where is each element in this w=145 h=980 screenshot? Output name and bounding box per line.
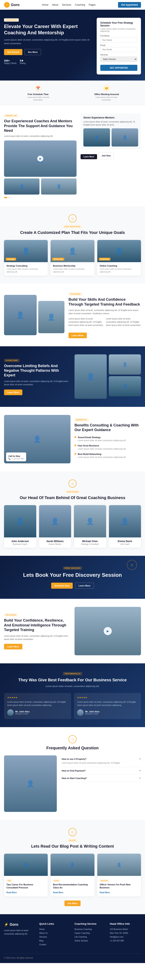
- plan-card-desc-1: Lorem ipsum dolor sit amet consectetur a…: [53, 268, 92, 273]
- feature-schedule-title: Free Schedule Time: [26, 93, 50, 95]
- video-play-button[interactable]: ▶: [37, 156, 43, 162]
- footer-service-2[interactable]: Life Coaching: [74, 936, 106, 938]
- benefits-call-label: Call Us Now: [8, 455, 20, 457]
- blog-read-more-2[interactable]: Read More: [100, 891, 110, 894]
- form-field-email: Email: [100, 44, 137, 52]
- footer-contact-2[interactable]: info@goro.com: [110, 936, 141, 938]
- benefit-item-1: Fast Grow Business Lorem ipsum dolor sit…: [74, 444, 141, 450]
- footer-service-0[interactable]: Business Coaching: [74, 928, 106, 931]
- ei-desc: Lorem ipsum dolor sit amet, consectetur …: [4, 635, 71, 641]
- discovery-buttons: Schedule Now Learn More: [4, 582, 141, 589]
- skills-badge: TRAINING: [68, 293, 82, 296]
- footer-services-list: Business Coaching Career Coaching Life C…: [74, 928, 106, 942]
- nav-services[interactable]: Services: [62, 3, 71, 6]
- footer-contact-3[interactable]: +1 234 567 890: [110, 940, 141, 942]
- blog-title: Lets Read Our Blog Post & Writing Conten…: [4, 843, 141, 849]
- footer-links-title: Quick Links: [39, 922, 71, 925]
- benefit-title-1: Fast Grow Business: [78, 444, 126, 447]
- form-label-services: Services: [100, 54, 137, 56]
- footer-link-2[interactable]: Services: [39, 936, 71, 938]
- coaches-badge: ABOUT US: [4, 114, 18, 117]
- skills-learn-button[interactable]: Learn More: [68, 332, 87, 338]
- footer-link-0[interactable]: Home: [39, 928, 71, 931]
- form-submit-button[interactable]: GET APPOINTED: [100, 65, 137, 71]
- skills-section: 👤 👤 TRAINING Build Your Skills And Confi…: [0, 284, 145, 346]
- blog-see-more-button[interactable]: See More: [65, 900, 81, 906]
- skills-inner: 👤 👤 TRAINING Build Your Skills And Confi…: [4, 292, 141, 338]
- ei-text: TRAINING Build Your Confidence, Resilien…: [4, 613, 71, 649]
- faq-image: 👤: [4, 756, 57, 812]
- footer-logo-icon: ⚡: [4, 922, 8, 927]
- dot-1: [4, 197, 7, 198]
- nav-cta-button[interactable]: Get Appointed: [118, 2, 141, 8]
- footer-service-1[interactable]: Career Coaching: [74, 932, 106, 934]
- benefit-title-2: Best Build Networking: [78, 452, 126, 456]
- plan-card-1: 👤 Mentoring Business Mentorship Lorem ip…: [50, 240, 94, 276]
- team-member-name-2: Michael Chen: [76, 540, 104, 542]
- plan-card-img-1: 👤 Mentoring: [50, 240, 94, 262]
- coaches-image-row: 👤 👤: [4, 178, 77, 194]
- team-badge: OUR TEAM: [65, 490, 80, 493]
- faq-question-2[interactable]: How to Start Coaching? ▼: [61, 777, 141, 780]
- overcome-image-2: 👤: [109, 355, 141, 375]
- team-member-name-1: Sarah Williams: [41, 540, 69, 542]
- discovery-learn-button[interactable]: Learn More: [75, 582, 94, 589]
- overcome-image-1: 👤: [74, 355, 107, 399]
- coaches-learn-more-button[interactable]: Learn More: [80, 154, 97, 159]
- footer-link-4[interactable]: Contact: [39, 943, 71, 946]
- discovery-schedule-button[interactable]: Schedule Now: [51, 582, 73, 589]
- team-card-img-3: 👤: [109, 505, 141, 538]
- testimonial-author-1: Mr. John Alex Business Coach: [77, 710, 138, 716]
- blog-title-2: Officer Venues For Push New Business: [100, 883, 139, 889]
- form-input-name[interactable]: [100, 38, 137, 43]
- footer-services-col: Coaching Service Business Coaching Caree…: [74, 922, 106, 947]
- nav-coaching[interactable]: Coaching: [75, 3, 85, 6]
- nav-about[interactable]: About: [52, 3, 58, 6]
- hero-secondary-button[interactable]: See More: [24, 49, 41, 55]
- team-member-role-3: Life Coach: [111, 543, 139, 545]
- form-input-email[interactable]: [100, 47, 137, 52]
- footer-logo: ⚡ Goro: [4, 922, 35, 927]
- form-select-services[interactable]: Select Service: [100, 57, 137, 62]
- hero-stats: 200+ Happy Clients 5★ Rating: [4, 59, 93, 64]
- discovery-section: ◇ FREE SESSION Lets Book Your Free Disco…: [0, 556, 145, 599]
- blog-read-more-0[interactable]: Read More: [6, 891, 17, 894]
- hero-primary-button[interactable]: Get Started: [4, 49, 22, 55]
- footer-link-1[interactable]: About Us: [39, 932, 71, 934]
- overcome-text: OVERCOME Overcome Limiting Beliefs And N…: [4, 358, 71, 395]
- coaches-right-title: Senior Experience Mentors: [84, 116, 138, 119]
- overcome-learn-button[interactable]: Learn More: [4, 390, 22, 395]
- author-name-0: Mr. John Alex: [15, 710, 30, 713]
- overcome-image-3: 👤: [109, 376, 141, 396]
- footer-service-3[interactable]: Online Session: [74, 940, 106, 942]
- plan-card-0: 👤 Strategy Strategy Consulting Lorem ips…: [4, 240, 48, 276]
- stars-1: ★★★★★: [77, 696, 138, 699]
- author-role-1: Business Coach: [85, 713, 99, 715]
- coaches-thumb-2: 👤: [41, 178, 77, 194]
- plan-card-desc-0: Lorem ipsum dolor sit amet consectetur a…: [6, 268, 45, 273]
- hero-form-card: Schedule Your Free Strategy Session Lore…: [97, 18, 141, 75]
- coaches-join-button[interactable]: Join Now: [99, 152, 113, 159]
- overcome-badge: OVERCOME: [4, 359, 19, 362]
- nav-home[interactable]: Home: [42, 3, 48, 6]
- form-label-name: Full Name: [100, 35, 137, 37]
- faq-circle-icon: ◇: [68, 735, 77, 743]
- footer-contact-col: Head Office Info 123 Business Street New…: [110, 922, 141, 947]
- author-avatar-1: [77, 710, 84, 716]
- faq-item-0: How to use it Properly? ▼ Lorem ipsum do…: [61, 756, 141, 767]
- brand-logo[interactable]: ⚡ Goro: [4, 2, 19, 8]
- ei-play-button[interactable]: ▶: [104, 627, 112, 635]
- ei-learn-button[interactable]: Learn More: [4, 644, 22, 649]
- footer-link-3[interactable]: Blog: [39, 940, 71, 942]
- ei-badge: TRAINING: [4, 613, 18, 617]
- plan-circle-icon: ◇: [68, 214, 77, 223]
- features-bar: 📅 Free Schedule Time Lorem ipsum dolor s…: [0, 81, 145, 105]
- ei-inner: TRAINING Build Your Confidence, Resilien…: [4, 607, 141, 655]
- blog-read-more-1[interactable]: Read More: [53, 891, 63, 894]
- footer-copyright: © 2024 Goro. All rights reserved.: [4, 957, 33, 959]
- nav-pages[interactable]: Pages: [88, 3, 95, 6]
- feature-meeting: 🤝 Office Meeting Assured Lorem ipsum dol…: [94, 84, 119, 101]
- faq-question-1[interactable]: How to Find Payment? ▼: [61, 770, 141, 772]
- faq-question-0[interactable]: How to use it Properly? ▼: [61, 758, 141, 760]
- team-member-name-3: Emma Davis: [111, 540, 139, 542]
